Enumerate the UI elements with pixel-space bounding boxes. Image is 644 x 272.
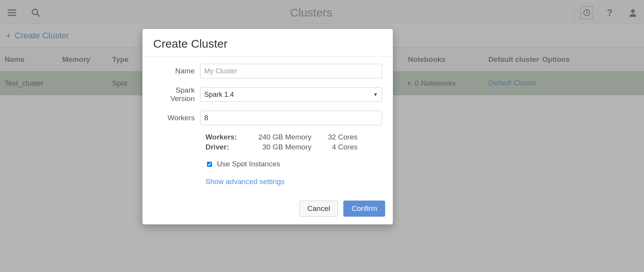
stat-workers-memory: 240 GB Memory — [250, 133, 311, 141]
chevron-down-icon: ▼ — [373, 92, 378, 97]
spark-version-value: Spark 1.4 — [204, 91, 234, 99]
name-input[interactable] — [200, 64, 382, 78]
spot-instances-checkbox[interactable] — [207, 162, 212, 167]
stat-driver-memory: 30 GB Memory — [250, 143, 311, 151]
workers-input[interactable] — [200, 111, 382, 125]
modal-title: Create Cluster — [142, 29, 393, 57]
stat-workers-label: Workers: — [205, 133, 250, 141]
confirm-button[interactable]: Confirm — [343, 201, 385, 217]
stat-driver-label: Driver: — [205, 143, 250, 151]
label-workers: Workers — [153, 114, 200, 122]
resource-stats: Workers: 240 GB Memory 32 Cores Driver: … — [205, 133, 382, 151]
label-name: Name — [153, 67, 200, 75]
advanced-settings-link[interactable]: Show advanced settings — [205, 177, 382, 186]
spark-version-select[interactable]: Spark 1.4 ▼ — [200, 87, 382, 102]
create-cluster-modal: Create Cluster Name Spark Version Spark … — [142, 28, 393, 225]
cancel-button[interactable]: Cancel — [299, 201, 338, 217]
spot-instances-label: Use Spot Instances — [217, 160, 280, 168]
stat-driver-cores: 4 Cores — [311, 143, 358, 151]
stat-workers-cores: 32 Cores — [311, 133, 358, 141]
label-spark: Spark Version — [153, 86, 200, 103]
